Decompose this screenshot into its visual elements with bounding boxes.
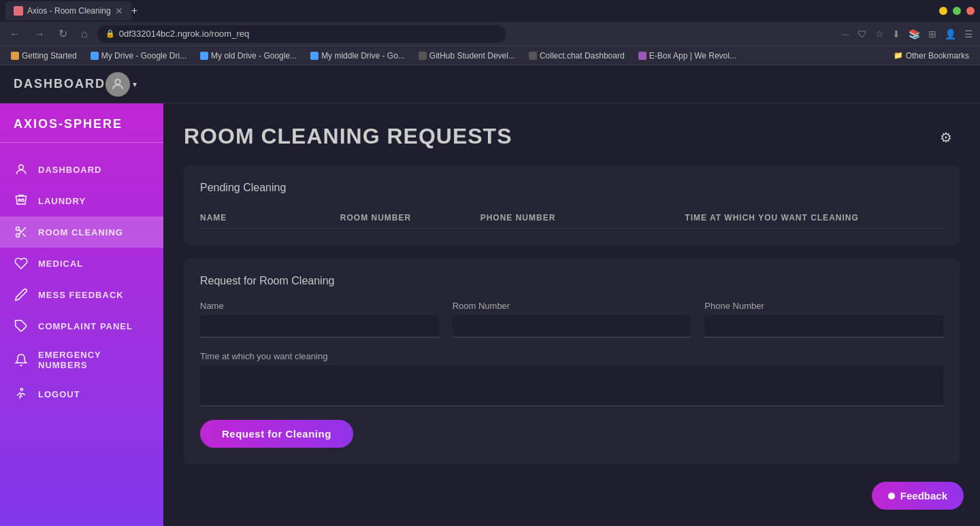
bookmark-ebox[interactable]: E-Box App | We Revol... xyxy=(633,50,742,62)
sidebar-label: LAUNDRY xyxy=(38,196,86,206)
sidebar-item-complaint-panel[interactable]: COMPLAINT PANEL xyxy=(0,310,163,342)
bookmark-icon[interactable]: ☆ xyxy=(874,27,885,41)
time-input[interactable] xyxy=(200,365,943,406)
sidebar-item-dashboard[interactable]: DASHBOARD xyxy=(0,154,163,185)
shield-icon[interactable]: 🛡 xyxy=(856,27,868,41)
topbar-title: DASHBOARD xyxy=(14,77,105,91)
bookmark-label: Collect.chat Dashboard xyxy=(540,51,625,61)
tab-title: Axios - Room Cleaning xyxy=(27,6,111,16)
home-button[interactable]: ⌂ xyxy=(77,27,92,42)
avatar-dropdown[interactable]: ▾ xyxy=(105,72,137,97)
room-number-input[interactable] xyxy=(453,315,691,338)
sidebar-label: EMERGENCY NUMBERS xyxy=(38,350,150,370)
sidebar-item-medical[interactable]: MEDICAL xyxy=(0,248,163,279)
sidebar-label: ROOM CLEANING xyxy=(38,227,123,237)
back-button[interactable]: ← xyxy=(5,27,24,42)
sidebar-item-laundry[interactable]: LAUNDRY xyxy=(0,185,163,216)
phone-number-label: Phone Number xyxy=(704,301,943,311)
bookmark-collect-chat[interactable]: Collect.chat Dashboard xyxy=(523,50,630,62)
download-icon[interactable]: ⬇ xyxy=(891,27,902,41)
more-tools-icon[interactable]: ··· xyxy=(840,27,851,41)
avatar[interactable] xyxy=(105,72,130,97)
sidebar-item-logout[interactable]: LOGOUT xyxy=(0,378,163,410)
forward-button[interactable]: → xyxy=(30,27,49,42)
layout-icon[interactable]: ⊞ xyxy=(927,27,938,41)
svg-point-3 xyxy=(22,199,24,201)
refresh-button[interactable]: ↻ xyxy=(54,26,71,42)
bookmark-label: Getting Started xyxy=(22,51,77,61)
toolbar-actions: ··· 🛡 ☆ ⬇ 📚 ⊞ 👤 ☰ xyxy=(840,27,975,41)
bookmark-label: GitHub Student Devel... xyxy=(429,51,515,61)
time-form-group: Time at which you want cleaning xyxy=(200,351,943,406)
request-cleaning-button[interactable]: Request for Cleaning xyxy=(200,420,353,448)
sidebar: AXIOS-SPHERE DASHBOARD LAUNDRY ROOM CLEA… xyxy=(0,103,163,526)
user-icon xyxy=(14,162,29,177)
run-icon xyxy=(14,387,29,401)
bookmark-label: My Drive - Google Dri... xyxy=(101,51,186,61)
bookmark-getting-started[interactable]: Getting Started xyxy=(5,50,82,62)
feedback-label: Feedback xyxy=(900,490,947,502)
bookmark-label: My middle Drive - Go... xyxy=(321,51,405,61)
room-number-form-group: Room Number xyxy=(453,301,691,338)
tab-favicon xyxy=(14,6,23,16)
feedback-dot-icon xyxy=(888,493,895,499)
minimize-button[interactable] xyxy=(939,7,947,15)
app-container: AXIOS-SPHERE DASHBOARD LAUNDRY ROOM CLEA… xyxy=(0,103,980,526)
phone-number-input[interactable] xyxy=(704,315,943,338)
bookmark-middle-drive[interactable]: My middle Drive - Go... xyxy=(305,50,410,62)
new-tab-button[interactable]: + xyxy=(131,5,137,17)
form-row-1: Name Room Number Phone Number xyxy=(200,301,943,338)
bookmark-label: My old Drive - Google... xyxy=(211,51,297,61)
svg-point-2 xyxy=(18,199,20,201)
sidebar-item-mess-feedback[interactable]: MESS FEEDBACK xyxy=(0,279,163,310)
feedback-button[interactable]: Feedback xyxy=(872,482,964,510)
bookmark-github[interactable]: GitHub Student Devel... xyxy=(413,50,521,62)
url-display: 0df332014bc2.ngrok.io/room_req xyxy=(119,29,497,39)
bookmark-old-drive[interactable]: My old Drive - Google... xyxy=(195,50,302,62)
settings-icon-button[interactable]: ⚙ xyxy=(932,124,960,151)
app-topbar: DASHBOARD ▾ xyxy=(0,65,980,103)
browser-toolbar: ← → ↻ ⌂ 🔒 0df332014bc2.ngrok.io/room_req… xyxy=(0,22,980,46)
bookmark-favicon xyxy=(11,52,19,60)
sidebar-item-room-cleaning[interactable]: ROOM CLEANING xyxy=(0,216,163,248)
col-name: NAME xyxy=(200,213,329,223)
svg-point-4 xyxy=(16,227,20,231)
pending-cleaning-card: Pending Cleaning NAME ROOM NUMBER PHONE … xyxy=(184,165,960,245)
sidebar-label: LOGOUT xyxy=(38,389,80,399)
svg-line-8 xyxy=(19,230,21,232)
pending-cleaning-title: Pending Cleaning xyxy=(200,182,943,194)
scissors-icon xyxy=(14,225,29,240)
sidebar-label: MESS FEEDBACK xyxy=(38,290,124,300)
browser-tab[interactable]: Axios - Room Cleaning ✕ xyxy=(5,1,131,20)
security-icon: 🔒 xyxy=(105,29,115,38)
bookmark-other[interactable]: 📁 Other Bookmarks xyxy=(888,50,975,62)
name-label: Name xyxy=(200,301,439,311)
bookmark-favicon xyxy=(529,52,537,60)
name-form-group: Name xyxy=(200,301,439,338)
menu-icon[interactable]: ☰ xyxy=(963,27,975,41)
sidebar-item-emergency-numbers[interactable]: EMERGENCY NUMBERS xyxy=(0,342,163,378)
svg-line-7 xyxy=(22,233,26,237)
name-input[interactable] xyxy=(200,315,439,338)
collections-icon[interactable]: 📚 xyxy=(907,27,921,41)
maximize-button[interactable] xyxy=(953,7,961,15)
puzzle-icon xyxy=(14,318,29,333)
close-button[interactable] xyxy=(966,7,975,15)
avatar-chevron: ▾ xyxy=(133,80,137,89)
col-phone-number: PHONE NUMBER xyxy=(480,213,674,223)
request-cleaning-card: Request for Room Cleaning Name Room Numb… xyxy=(184,259,960,464)
page-title: ROOM CLEANING REQUESTS xyxy=(184,124,960,149)
main-content: ⚙ ROOM CLEANING REQUESTS Pending Cleanin… xyxy=(163,103,980,526)
bookmark-label: Other Bookmarks xyxy=(906,51,969,61)
bookmark-favicon xyxy=(91,52,99,60)
address-bar[interactable]: 🔒 0df332014bc2.ngrok.io/room_req xyxy=(97,25,506,43)
tab-close-button[interactable]: ✕ xyxy=(115,5,123,16)
bell-icon xyxy=(14,352,29,367)
pencil-icon xyxy=(14,287,29,302)
bookmark-favicon xyxy=(419,52,427,60)
bookmark-my-drive[interactable]: My Drive - Google Dri... xyxy=(85,50,192,62)
bookmark-favicon xyxy=(638,52,647,60)
phone-number-form-group: Phone Number xyxy=(704,301,943,338)
profile-icon[interactable]: 👤 xyxy=(943,27,958,41)
room-number-label: Room Number xyxy=(453,301,691,311)
